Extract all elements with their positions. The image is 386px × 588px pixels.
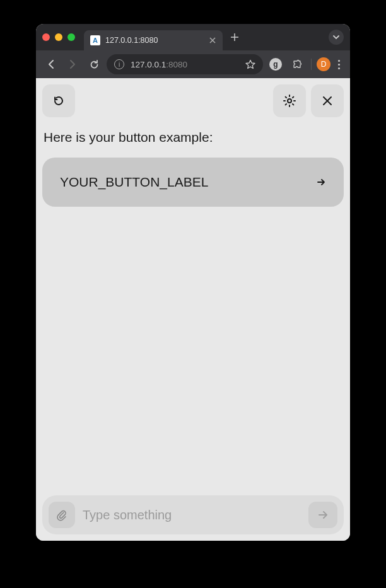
input-bar bbox=[42, 495, 344, 534]
site-info-icon[interactable]: i bbox=[114, 59, 124, 69]
browser-window: A 127.0.0.1:8080 i 127.0.0.1:8080 bbox=[36, 24, 350, 541]
tab-close-icon[interactable] bbox=[209, 37, 216, 44]
nav-back-button[interactable] bbox=[42, 55, 60, 73]
toolbar-divider bbox=[311, 59, 312, 70]
window-close-icon[interactable] bbox=[42, 33, 50, 41]
message-input[interactable] bbox=[83, 508, 301, 522]
address-bar: i 127.0.0.1:8080 g D bbox=[36, 50, 350, 78]
example-button-label: YOUR_BUTTON_LABEL bbox=[60, 175, 208, 190]
settings-button[interactable] bbox=[273, 84, 306, 117]
bookmark-star-icon[interactable] bbox=[245, 59, 255, 69]
tabs-dropdown-button[interactable] bbox=[329, 30, 344, 45]
example-button[interactable]: YOUR_BUTTON_LABEL bbox=[42, 158, 344, 207]
window-controls bbox=[42, 33, 75, 41]
tab-bar: A 127.0.0.1:8080 bbox=[36, 24, 350, 50]
url-text: 127.0.0.1:8080 bbox=[131, 60, 239, 69]
extensions-puzzle-icon[interactable] bbox=[288, 55, 306, 73]
page-heading: Here is your button example: bbox=[42, 130, 344, 145]
extension-g-icon[interactable]: g bbox=[267, 55, 284, 73]
window-maximize-icon[interactable] bbox=[67, 33, 75, 41]
arrow-right-icon bbox=[316, 177, 326, 187]
browser-tab[interactable]: A 127.0.0.1:8080 bbox=[84, 30, 223, 50]
favicon-icon: A bbox=[90, 35, 100, 45]
reload-button[interactable] bbox=[85, 55, 103, 73]
nav-forward-button[interactable] bbox=[64, 55, 81, 73]
svg-point-0 bbox=[288, 99, 291, 103]
refresh-button[interactable] bbox=[42, 84, 75, 117]
page-content: Here is your button example: YOUR_BUTTON… bbox=[36, 78, 350, 541]
browser-menu-button[interactable] bbox=[334, 60, 344, 69]
send-button[interactable] bbox=[308, 502, 337, 528]
attach-button[interactable] bbox=[49, 502, 75, 528]
tab-title: 127.0.0.1:8080 bbox=[105, 36, 204, 45]
profile-avatar[interactable]: D bbox=[317, 57, 330, 71]
window-minimize-icon[interactable] bbox=[55, 33, 62, 41]
top-actions bbox=[42, 84, 344, 117]
url-box[interactable]: i 127.0.0.1:8080 bbox=[107, 54, 263, 74]
new-tab-button[interactable] bbox=[230, 33, 239, 42]
close-button[interactable] bbox=[311, 84, 344, 117]
